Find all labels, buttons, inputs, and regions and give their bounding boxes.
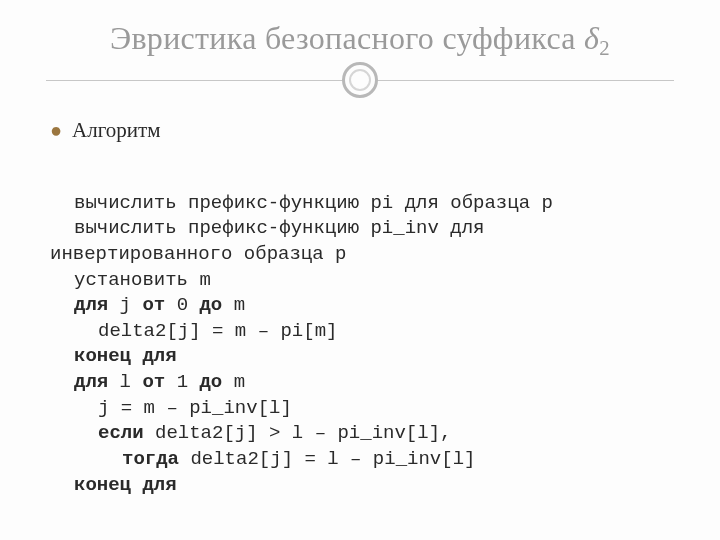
code-line: тогда delta2[j] = l – pi_inv[l] — [50, 447, 475, 473]
kw-from: от — [142, 294, 165, 316]
code-text: j — [108, 294, 142, 316]
code-line: j = m – pi_inv[l] — [50, 396, 292, 422]
kw-endfor: конец для — [50, 344, 177, 370]
kw-then: тогда — [122, 448, 179, 470]
kw-if: если — [98, 422, 144, 444]
kw-endfor: конец для — [50, 473, 177, 499]
kw-for: для — [74, 294, 108, 316]
slide: Эвристика безопасного суффикса δ2 ● Алго… — [0, 0, 720, 540]
slide-body: ● Алгоритм вычислить префикс-функцию pi … — [50, 118, 680, 524]
kw-to: до — [199, 294, 222, 316]
code-text: delta2[j] > l – pi_inv[l], — [144, 422, 452, 444]
slide-title: Эвристика безопасного суффикса δ2 — [0, 20, 720, 57]
code-text: m — [222, 371, 245, 393]
algorithm-code: вычислить префикс-функцию pi для образца… — [50, 165, 680, 524]
code-line: установить m — [50, 268, 211, 294]
kw-to: до — [199, 371, 222, 393]
title-main: Эвристика безопасного суффикса — [110, 20, 584, 56]
code-line: для l от 1 до m — [50, 370, 245, 396]
bullet-icon: ● — [50, 120, 62, 140]
ring-ornament-icon — [342, 62, 378, 98]
title-subscript: 2 — [599, 36, 610, 59]
code-text: l — [108, 371, 142, 393]
code-line: если delta2[j] > l – pi_inv[l], — [50, 421, 451, 447]
bullet-row: ● Алгоритм — [50, 118, 680, 143]
bullet-label: Алгоритм — [72, 118, 160, 143]
code-text: 0 — [165, 294, 199, 316]
code-line: delta2[j] = m – pi[m] — [50, 319, 337, 345]
code-text: m — [222, 294, 245, 316]
code-line: инвертированного образца p — [50, 243, 346, 265]
title-delta: δ — [584, 20, 599, 56]
code-line: для j от 0 до m — [50, 293, 245, 319]
code-line: вычислить префикс-функцию pi для образца… — [50, 191, 553, 217]
kw-for: для — [74, 371, 108, 393]
code-text: delta2[j] = l – pi_inv[l] — [179, 448, 475, 470]
code-text: 1 — [165, 371, 199, 393]
code-line: вычислить префикс-функцию pi_inv для — [50, 216, 484, 242]
kw-from: от — [142, 371, 165, 393]
